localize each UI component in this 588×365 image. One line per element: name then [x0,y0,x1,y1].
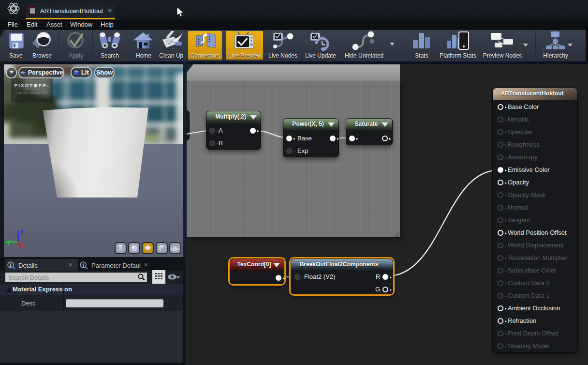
svg-text:i: i [10,262,12,268]
svg-text:Y: Y [7,240,11,246]
svg-text:X: X [20,243,24,249]
svg-text:i: i [83,262,84,268]
svg-text:Z: Z [20,229,24,235]
